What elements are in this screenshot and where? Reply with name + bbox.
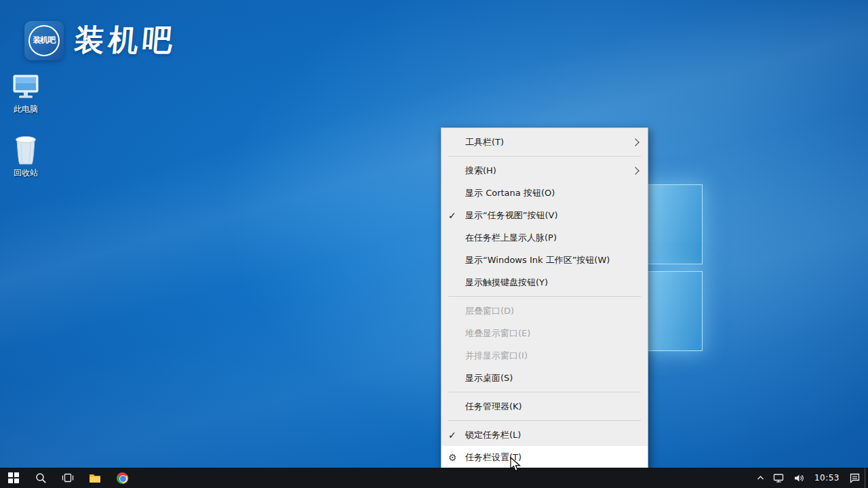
network-display-button[interactable] bbox=[769, 468, 789, 488]
chevron-up-icon bbox=[756, 474, 765, 482]
taskbar-left bbox=[0, 468, 136, 488]
menu-item-label: 显示触摸键盘按钮(Y) bbox=[465, 277, 548, 289]
windows-logo-pane bbox=[644, 184, 703, 264]
menu-item-show-desktop[interactable]: 显示桌面(S) bbox=[441, 367, 648, 389]
this-pc-icon bbox=[5, 70, 46, 102]
menu-item-label: 显示“任务视图”按钮(V) bbox=[465, 209, 558, 222]
brand-badge-icon: 装机吧 bbox=[24, 21, 64, 60]
menu-item-label: 显示桌面(S) bbox=[465, 372, 513, 384]
menu-item-show-cortana[interactable]: 显示 Cortana 按钮(O) bbox=[441, 182, 648, 204]
chrome-button[interactable] bbox=[108, 468, 136, 488]
menu-separator bbox=[448, 156, 641, 157]
volume-icon bbox=[793, 473, 805, 483]
system-tray: 10:53 bbox=[752, 468, 868, 488]
desktop-icon-this-pc[interactable]: 此电脑 bbox=[5, 70, 46, 115]
taskbar-context-menu: 工具栏(T) 搜索(H) 显示 Cortana 按钮(O) ✓ 显示“任务视图”… bbox=[441, 127, 648, 472]
menu-item-lock-taskbar[interactable]: ✓ 锁定任务栏(L) bbox=[441, 424, 648, 446]
menu-item-label: 在任务栏上显示人脉(P) bbox=[465, 232, 557, 244]
brand-badge-text: 装机吧 bbox=[33, 35, 56, 46]
menu-item-label: 搜索(H) bbox=[465, 165, 496, 177]
chevron-right-icon bbox=[631, 167, 639, 174]
menu-item-label: 任务管理器(K) bbox=[465, 401, 522, 413]
menu-item-label: 堆叠显示窗口(E) bbox=[465, 327, 530, 340]
show-desktop-button[interactable] bbox=[865, 468, 868, 488]
menu-item-search[interactable]: 搜索(H) bbox=[441, 159, 648, 182]
menu-item-taskbar-settings[interactable]: ⚙ 任务栏设置(T) bbox=[441, 446, 648, 468]
menu-item-show-windows-ink[interactable]: 显示“Windows Ink 工作区”按钮(W) bbox=[441, 249, 648, 271]
brand-logo: 装机吧 装机吧 bbox=[24, 20, 176, 60]
menu-item-label: 显示“Windows Ink 工作区”按钮(W) bbox=[465, 254, 610, 266]
menu-item-cascade-windows: 层叠窗口(D) bbox=[441, 300, 648, 322]
recycle-bin-icon bbox=[5, 134, 46, 165]
menu-item-side-by-side-windows: 并排显示窗口(I) bbox=[441, 344, 648, 367]
desktop: 装机吧 装机吧 此电脑 回收站 bbox=[0, 0, 868, 488]
windows-start-icon bbox=[8, 472, 19, 483]
menu-item-label: 显示 Cortana 按钮(O) bbox=[465, 187, 555, 199]
network-display-icon bbox=[773, 473, 785, 483]
windows-logo-pane bbox=[644, 271, 703, 351]
file-explorer-icon bbox=[89, 473, 101, 483]
action-center-button[interactable] bbox=[845, 468, 865, 488]
check-icon: ✓ bbox=[448, 210, 456, 221]
tray-expand-button[interactable] bbox=[752, 468, 769, 488]
menu-item-toolbars[interactable]: 工具栏(T) bbox=[441, 131, 648, 153]
task-view-icon bbox=[62, 472, 74, 483]
clock[interactable]: 10:53 bbox=[809, 473, 845, 483]
menu-item-task-manager[interactable]: 任务管理器(K) bbox=[441, 395, 648, 418]
file-explorer-button[interactable] bbox=[81, 468, 108, 488]
menu-separator bbox=[448, 420, 641, 421]
action-center-icon bbox=[849, 472, 861, 483]
menu-item-stack-windows: 堆叠显示窗口(E) bbox=[441, 322, 648, 344]
menu-item-label: 锁定任务栏(L) bbox=[465, 429, 521, 441]
chrome-icon bbox=[117, 472, 128, 484]
desktop-icon-label: 此电脑 bbox=[5, 104, 46, 115]
desktop-icon-recycle-bin[interactable]: 回收站 bbox=[5, 134, 46, 179]
brand-badge-circle: 装机吧 bbox=[28, 25, 60, 56]
menu-item-show-people[interactable]: 在任务栏上显示人脉(P) bbox=[441, 226, 648, 249]
start-button[interactable] bbox=[0, 468, 27, 488]
volume-button[interactable] bbox=[789, 468, 809, 488]
task-view-button[interactable] bbox=[54, 468, 81, 488]
menu-item-show-touch-keyboard[interactable]: 显示触摸键盘按钮(Y) bbox=[441, 271, 648, 293]
chevron-right-icon bbox=[631, 138, 639, 146]
brand-title: 装机吧 bbox=[73, 20, 178, 60]
menu-separator bbox=[448, 392, 641, 392]
wallpaper-light-beam bbox=[0, 102, 868, 488]
menu-item-label: 工具栏(T) bbox=[465, 136, 504, 148]
menu-separator bbox=[448, 296, 641, 297]
menu-item-show-task-view[interactable]: ✓ 显示“任务视图”按钮(V) bbox=[441, 204, 648, 226]
gear-icon: ⚙ bbox=[448, 452, 457, 463]
search-button[interactable] bbox=[27, 468, 54, 488]
menu-item-label: 任务栏设置(T) bbox=[465, 451, 521, 464]
taskbar: 10:53 bbox=[0, 468, 868, 488]
check-icon: ✓ bbox=[448, 430, 456, 441]
menu-item-label: 并排显示窗口(I) bbox=[465, 350, 528, 362]
search-icon bbox=[35, 472, 47, 484]
menu-item-label: 层叠窗口(D) bbox=[465, 305, 514, 317]
desktop-icon-label: 回收站 bbox=[5, 167, 46, 179]
